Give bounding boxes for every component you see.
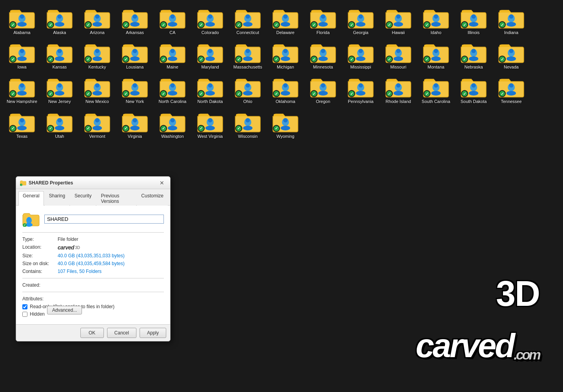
folder-item-arkansas[interactable]: ✓ Arkansas: [117, 4, 153, 37]
svg-text:✓: ✓: [21, 184, 22, 186]
folder-item-maryland[interactable]: ✓ Maryland: [192, 38, 228, 71]
svg-point-116: [394, 91, 403, 96]
folder-item-mississippi[interactable]: ✓ Mississippi: [343, 38, 379, 71]
attributes-label: Attributes:: [22, 296, 58, 302]
folder-item-tennessee[interactable]: ✓ Tennessee: [493, 73, 529, 106]
folder-item-alabama[interactable]: ✓ Alabama: [4, 4, 40, 37]
folder-item-alaska[interactable]: ✓ Alaska: [42, 4, 78, 37]
location-value: carved3D: [58, 244, 80, 251]
tab-general[interactable]: General: [18, 191, 44, 206]
readonly-checkbox-row: Read-only (Only applies to files in fold…: [22, 304, 164, 309]
folder-item-delaware[interactable]: ✓ Delaware: [267, 4, 303, 37]
folder-item-new-york[interactable]: ✓ New York: [117, 73, 153, 106]
svg-point-136: [133, 118, 137, 122]
tab-previous-versions[interactable]: Previous Versions: [96, 191, 136, 206]
folder-label: Nevada: [504, 65, 519, 70]
folder-item-texas[interactable]: ✓ Texas: [4, 108, 40, 141]
contains-label: Contains:: [22, 269, 58, 274]
folder-item-west-virginia[interactable]: ✓ West Virginia: [192, 108, 228, 141]
folder-item-ca[interactable]: ✓ CA: [154, 4, 191, 37]
folder-item-arizona[interactable]: ✓ Arizona: [79, 4, 115, 37]
folder-item-kansas[interactable]: ✓ Kansas: [42, 38, 78, 71]
svg-point-28: [359, 14, 363, 19]
svg-point-74: [394, 56, 403, 61]
folder-item-wisconsin[interactable]: ✓ Wisconsin: [230, 108, 266, 141]
folder-item-hawaii[interactable]: ✓ Hawaii: [380, 4, 416, 37]
cancel-button[interactable]: Cancel: [107, 328, 136, 338]
folder-item-new-hampshire[interactable]: ✓ New Hampshire: [4, 73, 40, 106]
folder-item-ohio[interactable]: ✓ Ohio: [230, 73, 266, 106]
folder-label: Oklahoma: [276, 99, 295, 104]
folder-icon: ✓: [197, 74, 223, 98]
folder-item-missouri[interactable]: ✓ Missouri: [380, 38, 416, 71]
folder-item-new-mexico[interactable]: ✓ New Mexico: [79, 73, 115, 106]
folder-checkmark: ✓: [273, 21, 280, 28]
folder-icon: ✓: [498, 74, 525, 98]
contains-row: Contains: 107 Files, 50 Folders: [22, 269, 164, 274]
folder-name-input[interactable]: [44, 215, 164, 224]
folder-item-minnesota[interactable]: ✓ Minnesota: [305, 38, 341, 71]
folder-item-nebraska[interactable]: ✓ Nebraska: [456, 38, 492, 71]
folder-item-virginia[interactable]: ✓ Virginia: [117, 108, 153, 141]
hidden-checkbox[interactable]: [22, 312, 27, 317]
folder-icon: ✓: [234, 40, 261, 63]
folder-item-georgia[interactable]: ✓ Georgia: [343, 4, 379, 37]
folder-icon: ✓: [385, 74, 412, 98]
folder-item-michigan[interactable]: ✓ Michigan: [267, 38, 303, 71]
folder-item-maine[interactable]: ✓ Maine: [154, 38, 191, 71]
advanced-button[interactable]: Advanced...: [47, 306, 82, 314]
folder-label: Massachusetts: [233, 65, 262, 70]
folder-icon: ✓: [498, 40, 525, 63]
apply-button[interactable]: Apply: [140, 328, 166, 338]
dialog-close-button[interactable]: ✕: [158, 179, 166, 187]
ok-button[interactable]: OK: [80, 328, 104, 338]
folder-item-lousiana[interactable]: ✓ Lousiana: [117, 38, 153, 71]
dialog-footer: OK Cancel Apply: [16, 324, 170, 341]
attributes-row: Attributes:: [22, 296, 164, 302]
svg-point-29: [356, 22, 365, 27]
folder-item-oregon[interactable]: ✓ Oregon: [305, 73, 341, 106]
folder-icon: ✓: [272, 5, 299, 29]
folder-item-illinois[interactable]: ✓ Illinois: [456, 4, 492, 37]
folder-label: Colorado: [202, 30, 219, 35]
folder-item-nevada[interactable]: ✓ Nevada: [493, 38, 529, 71]
folder-item-florida[interactable]: ✓ Florida: [305, 4, 341, 37]
folder-item-north-carolina[interactable]: ✓ North Carolina: [154, 73, 191, 106]
svg-point-86: [17, 91, 27, 96]
folder-item-oklahoma[interactable]: ✓ Oklahoma: [267, 73, 303, 106]
folder-item-south-dakota[interactable]: ✓ South Dakota: [456, 73, 492, 106]
folder-label: Washington: [161, 134, 184, 139]
folder-item-south-carolina[interactable]: ✓ South Carolina: [418, 73, 454, 106]
size-value: 40.0 GB (43,035,351,033 bytes): [58, 253, 125, 258]
folder-item-connecticut[interactable]: ✓ Connecticut: [230, 4, 266, 37]
folder-item-new-jersey[interactable]: ✓ New Jersey: [42, 73, 78, 106]
folder-item-wyoming[interactable]: ✓ Wyoming: [267, 108, 303, 141]
tab-customize[interactable]: Customize: [137, 191, 168, 206]
svg-point-10: [133, 14, 137, 19]
folder-item-vermont[interactable]: ✓ Vermont: [79, 108, 115, 141]
folder-item-indiana[interactable]: ✓ Indiana: [493, 4, 529, 37]
svg-point-104: [243, 91, 252, 96]
svg-point-43: [20, 49, 24, 53]
folder-item-utah[interactable]: ✓ Utah: [42, 108, 78, 141]
svg-point-128: [17, 126, 27, 130]
folder-icon: ✓: [234, 5, 261, 29]
folder-item-washington[interactable]: ✓ Washington: [154, 108, 191, 141]
folder-item-rhode-island[interactable]: ✓ Rhode Island: [380, 73, 416, 106]
folder-label: New York: [126, 99, 144, 104]
tab-security[interactable]: Security: [70, 191, 96, 206]
tab-sharing[interactable]: Sharing: [45, 191, 69, 206]
folder-item-iowa[interactable]: ✓ Iowa: [4, 38, 40, 71]
folder-item-idaho[interactable]: ✓ Idaho: [418, 4, 454, 37]
readonly-checkbox[interactable]: [22, 304, 27, 309]
folder-icon: ✓: [122, 5, 148, 29]
folder-item-north-dakota[interactable]: ✓ North Dakota: [192, 73, 228, 106]
folder-item-colorado[interactable]: ✓ Colorado: [192, 4, 228, 37]
folder-item-massachusetts[interactable]: ✓ Massachusetts: [230, 38, 266, 71]
svg-point-83: [507, 56, 516, 61]
folder-item-kentucky[interactable]: ✓ Kentucky: [79, 38, 115, 71]
svg-point-32: [394, 22, 403, 27]
folder-checkmark: ✓: [9, 125, 16, 132]
folder-item-pennsylvania[interactable]: ✓ Pennsylvania: [343, 73, 379, 106]
folder-item-montana[interactable]: ✓ Montana: [418, 38, 454, 71]
